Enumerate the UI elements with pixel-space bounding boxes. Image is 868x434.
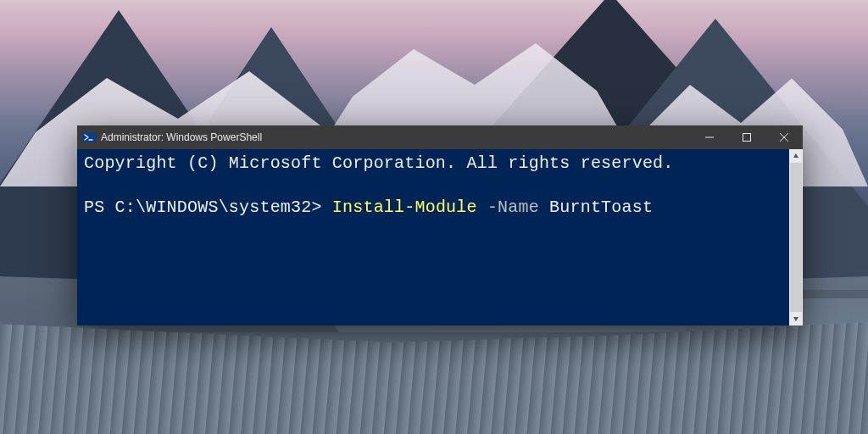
scroll-down-button[interactable] [789, 312, 803, 326]
vertical-scrollbar[interactable] [789, 149, 803, 326]
window-title: Administrator: Windows PowerShell [101, 131, 262, 143]
desktop-wallpaper: Administrator: Windows PowerShell Copyri… [0, 0, 868, 434]
svg-rect-0 [82, 132, 96, 142]
powershell-icon [82, 131, 96, 144]
param-flag-token: -Name [487, 198, 539, 217]
prompt-text: PS C:\WINDOWS\system32> [84, 198, 322, 217]
console-area: Copyright (C) Microsoft Corporation. All… [77, 149, 803, 326]
titlebar[interactable]: Administrator: Windows PowerShell [77, 125, 803, 149]
powershell-window[interactable]: Administrator: Windows PowerShell Copyri… [77, 125, 803, 326]
close-button[interactable] [765, 125, 803, 149]
scroll-thumb[interactable] [790, 163, 802, 312]
command-token: Install-Module [332, 198, 477, 217]
param-value-token: BurntToast [549, 198, 653, 217]
copyright-text: Copyright (C) Microsoft Corporation. All… [84, 153, 674, 173]
console-output[interactable]: Copyright (C) Microsoft Corporation. All… [77, 149, 789, 326]
svg-rect-1 [743, 134, 751, 142]
scroll-track[interactable] [789, 163, 803, 312]
minimize-button[interactable] [691, 125, 728, 149]
maximize-button[interactable] [728, 125, 765, 149]
scroll-up-button[interactable] [789, 149, 803, 163]
